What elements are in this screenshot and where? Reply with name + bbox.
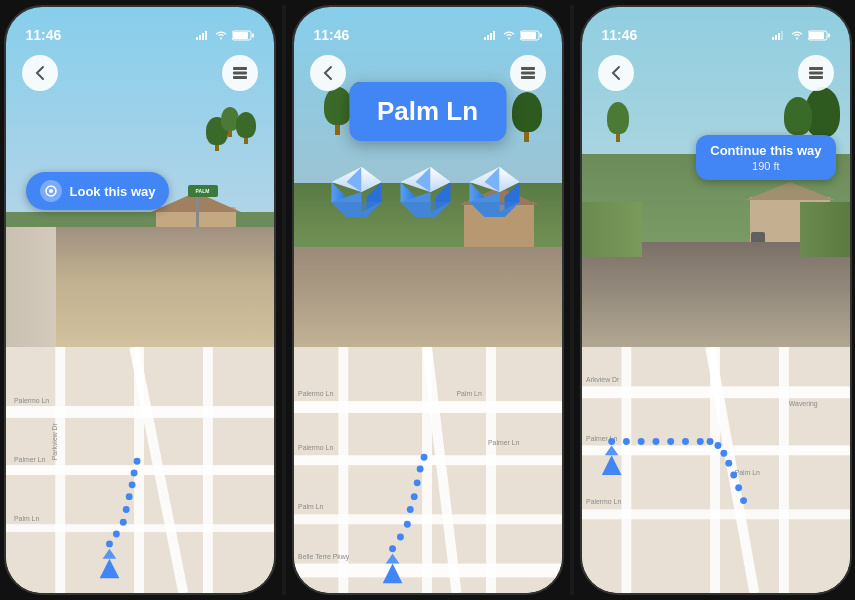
map-overlay-2: Palermo Ln Palermo Ln Palm Ln Belle Terr…: [294, 347, 562, 593]
svg-rect-6: [252, 33, 254, 37]
svg-text:Palm Ln: Palm Ln: [456, 390, 481, 397]
svg-rect-2: [202, 33, 204, 40]
svg-rect-8: [233, 72, 247, 75]
svg-text:Palm Ln: Palm Ln: [734, 469, 759, 476]
svg-text:Palermo Ln: Palermo Ln: [298, 444, 333, 451]
svg-text:Palm Ln: Palm Ln: [298, 503, 323, 510]
svg-text:Palermo Ln: Palermo Ln: [586, 498, 621, 505]
svg-rect-41: [521, 67, 535, 70]
svg-point-29: [128, 481, 135, 488]
svg-marker-64: [469, 202, 519, 217]
svg-rect-18: [203, 347, 213, 593]
svg-text:Palmer Ln: Palmer Ln: [13, 456, 45, 463]
svg-rect-16: [55, 347, 65, 593]
back-button-2[interactable]: [310, 55, 346, 91]
svg-point-125: [735, 484, 742, 491]
svg-rect-35: [487, 35, 489, 40]
svg-point-82: [403, 521, 410, 528]
svg-text:Belle Terre Pkwy: Belle Terre Pkwy: [298, 553, 350, 561]
phone-1: PALM 11:46: [4, 5, 276, 595]
map-overlay-1: Palermo Ln Palmer Ln Palm Ln Parkview Dr: [6, 347, 274, 593]
svg-point-122: [720, 450, 727, 457]
divider-1: [282, 5, 286, 595]
menu-button-1[interactable]: [222, 55, 258, 91]
svg-rect-92: [778, 33, 780, 40]
map-svg-2: Palermo Ln Palermo Ln Palm Ln Belle Terr…: [294, 347, 562, 593]
time-1: 11:46: [26, 27, 62, 43]
svg-point-25: [112, 530, 119, 537]
grass-l3: [582, 202, 642, 257]
svg-rect-104: [621, 347, 631, 593]
svg-point-87: [420, 454, 427, 461]
svg-point-84: [410, 493, 417, 500]
svg-rect-40: [540, 33, 542, 37]
svg-point-31: [133, 458, 140, 465]
svg-rect-36: [490, 33, 492, 40]
map-svg-3: Arkview Dr Palmer Ln Palm Ln Palermo Ln …: [582, 347, 850, 593]
signal-icon: [196, 30, 210, 40]
svg-marker-57: [400, 202, 450, 217]
chevron-1: [326, 162, 391, 242]
map-svg-1: Palermo Ln Palmer Ln Palm Ln Parkview Dr: [6, 347, 274, 593]
svg-text:Arkview Dr: Arkview Dr: [586, 376, 620, 383]
grass-r3: [800, 202, 850, 257]
svg-rect-42: [521, 72, 535, 75]
chevron-3: [464, 162, 529, 242]
street-sign-post: PALM: [188, 185, 218, 197]
ar-arrows: [326, 162, 529, 242]
svg-rect-9: [233, 76, 247, 79]
svg-rect-95: [809, 32, 824, 39]
svg-text:Palermo Ln: Palermo Ln: [13, 397, 48, 404]
nav-bar-1: [6, 51, 274, 95]
svg-point-83: [406, 506, 413, 513]
continue-label: Continue this way 190 ft: [696, 135, 835, 180]
svg-marker-50: [331, 202, 381, 217]
svg-point-85: [413, 479, 420, 486]
continue-title: Continue this way: [710, 143, 821, 158]
svg-point-114: [622, 438, 629, 445]
svg-rect-97: [809, 67, 823, 70]
chevron-2: [395, 162, 460, 242]
nav-bar-2: [294, 51, 562, 95]
svg-point-11: [49, 189, 53, 193]
back-button-3[interactable]: [598, 55, 634, 91]
svg-rect-0: [196, 37, 198, 40]
time-2: 11:46: [314, 27, 350, 43]
svg-rect-34: [484, 37, 486, 40]
map-overlay-3: Arkview Dr Palmer Ln Palm Ln Palermo Ln …: [582, 347, 850, 593]
svg-text:Palm Ln: Palm Ln: [13, 515, 38, 522]
ar-label-icon: [40, 180, 62, 202]
svg-point-86: [416, 466, 423, 473]
road-3: [582, 242, 850, 362]
svg-rect-3: [205, 31, 207, 40]
svg-point-80: [389, 545, 396, 552]
svg-rect-98: [809, 72, 823, 75]
svg-point-126: [740, 497, 747, 504]
svg-rect-93: [781, 31, 783, 40]
svg-point-113: [608, 438, 615, 445]
svg-rect-7: [233, 67, 247, 70]
svg-point-27: [122, 506, 129, 513]
menu-button-3[interactable]: [798, 55, 834, 91]
street-sign-text: Palm Ln: [377, 96, 478, 126]
svg-point-26: [119, 519, 126, 526]
status-bar-3: 11:46: [582, 7, 850, 51]
svg-point-30: [130, 469, 137, 476]
back-button-1[interactable]: [22, 55, 58, 91]
map-bg-3: Arkview Dr Palmer Ln Palm Ln Palermo Ln …: [582, 347, 850, 593]
status-bar-2: 11:46: [294, 7, 562, 51]
wifi-icon-3: [790, 30, 804, 40]
svg-text:Parkview Dr: Parkview Dr: [51, 422, 58, 460]
battery-icon: [232, 30, 254, 41]
menu-button-2[interactable]: [510, 55, 546, 91]
battery-icon-2: [520, 30, 542, 41]
ar-look-text: Look this way: [70, 184, 156, 199]
svg-text:Palmer Ln: Palmer Ln: [488, 439, 520, 446]
svg-point-117: [667, 438, 674, 445]
svg-point-124: [730, 471, 737, 478]
svg-text:Wavering: Wavering: [788, 400, 817, 408]
svg-text:Palermo Ln: Palermo Ln: [298, 390, 333, 397]
svg-point-24: [106, 540, 113, 547]
status-bar-1: 11:46: [6, 7, 274, 51]
svg-point-123: [725, 460, 732, 467]
